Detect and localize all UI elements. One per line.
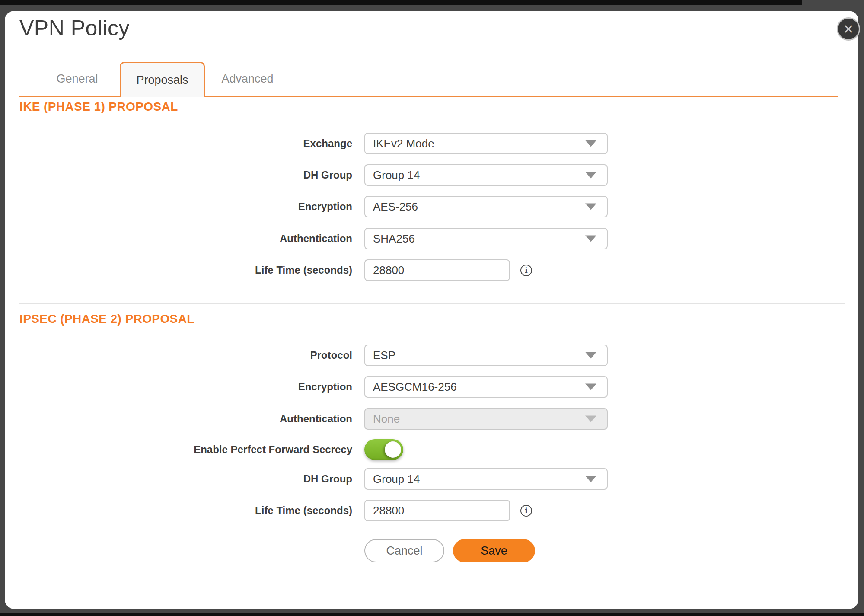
ipsec-authentication-row: Authentication None xyxy=(19,408,608,430)
dropdown-caret-icon xyxy=(585,476,596,482)
window-top-edge xyxy=(0,0,802,5)
pfs-toggle[interactable] xyxy=(364,439,403,460)
ipsec-dh-group-label: DH Group xyxy=(19,473,364,485)
dropdown-caret-icon xyxy=(585,140,596,147)
tab-bar: General Proposals Advanced xyxy=(19,62,838,97)
protocol-value: ESP xyxy=(373,349,395,362)
tab-general[interactable]: General xyxy=(35,62,120,96)
ipsec-dh-group-dropdown[interactable]: Group 14 xyxy=(364,468,608,490)
tab-proposals[interactable]: Proposals xyxy=(120,62,205,97)
protocol-label: Protocol xyxy=(19,349,364,361)
window-bottom-edge xyxy=(0,613,864,616)
close-icon[interactable]: ✕ xyxy=(837,17,860,41)
dh-group-label: DH Group xyxy=(19,169,364,181)
ipsec-encryption-value: AESGCM16-256 xyxy=(373,380,457,394)
ipsec-encryption-row: Encryption AESGCM16-256 xyxy=(19,376,608,398)
authentication-row: Authentication SHA256 xyxy=(19,228,608,249)
ipsec-life-time-input[interactable] xyxy=(364,500,510,521)
pfs-label: Enable Perfect Forward Secrecy xyxy=(19,444,364,456)
protocol-row: Protocol ESP xyxy=(19,345,608,366)
ipsec-dh-group-row: DH Group Group 14 xyxy=(19,468,608,490)
encryption-dropdown[interactable]: AES-256 xyxy=(364,196,608,217)
exchange-dropdown[interactable]: IKEv2 Mode xyxy=(364,133,608,154)
ipsec-encryption-label: Encryption xyxy=(19,381,364,393)
ipsec-encryption-dropdown[interactable]: AESGCM16-256 xyxy=(364,376,608,398)
dh-group-row: DH Group Group 14 xyxy=(19,164,608,186)
pfs-row: Enable Perfect Forward Secrecy xyxy=(19,439,403,460)
dh-group-dropdown[interactable]: Group 14 xyxy=(364,164,608,186)
dropdown-caret-icon xyxy=(585,172,596,179)
vpn-policy-dialog: VPN Policy General Proposals Advanced IK… xyxy=(5,11,858,609)
info-icon[interactable]: i xyxy=(520,505,532,517)
ipsec-authentication-value: None xyxy=(373,412,400,426)
tab-advanced[interactable]: Advanced xyxy=(205,62,290,96)
ipsec-life-time-row: Life Time (seconds) i xyxy=(19,500,532,521)
life-time-label: Life Time (seconds) xyxy=(19,264,364,276)
cancel-button[interactable]: Cancel xyxy=(364,539,444,562)
page-title: VPN Policy xyxy=(19,15,130,41)
ipsec-authentication-dropdown: None xyxy=(364,408,608,430)
dropdown-caret-icon xyxy=(585,236,596,242)
section-divider xyxy=(19,303,845,304)
protocol-dropdown[interactable]: ESP xyxy=(364,345,608,366)
encryption-row: Encryption AES-256 xyxy=(19,196,608,217)
ipsec-dh-group-value: Group 14 xyxy=(373,472,420,486)
dropdown-caret-icon xyxy=(585,204,596,210)
screen: VPN Policy General Proposals Advanced IK… xyxy=(0,0,864,616)
dropdown-caret-icon xyxy=(585,416,596,422)
life-time-input[interactable] xyxy=(364,259,510,281)
dialog-footer: Cancel Save xyxy=(364,539,535,562)
exchange-value: IKEv2 Mode xyxy=(373,137,434,150)
life-time-row: Life Time (seconds) i xyxy=(19,259,532,281)
dropdown-caret-icon xyxy=(585,352,596,359)
save-button[interactable]: Save xyxy=(453,539,535,562)
authentication-value: SHA256 xyxy=(373,232,415,246)
authentication-label: Authentication xyxy=(19,233,364,245)
toggle-knob xyxy=(385,441,401,458)
exchange-label: Exchange xyxy=(19,137,364,150)
dh-group-value: Group 14 xyxy=(373,169,420,182)
encryption-label: Encryption xyxy=(19,201,364,213)
ipsec-life-time-label: Life Time (seconds) xyxy=(19,504,364,517)
ipsec-phase2-heading: IPSEC (PHASE 2) PROPOSAL xyxy=(19,312,194,326)
encryption-value: AES-256 xyxy=(373,200,418,214)
authentication-dropdown[interactable]: SHA256 xyxy=(364,228,608,249)
dropdown-caret-icon xyxy=(585,384,596,390)
ipsec-authentication-label: Authentication xyxy=(19,413,364,425)
ike-phase1-heading: IKE (PHASE 1) PROPOSAL xyxy=(19,100,178,114)
exchange-row: Exchange IKEv2 Mode xyxy=(19,133,608,154)
info-icon[interactable]: i xyxy=(520,265,532,276)
